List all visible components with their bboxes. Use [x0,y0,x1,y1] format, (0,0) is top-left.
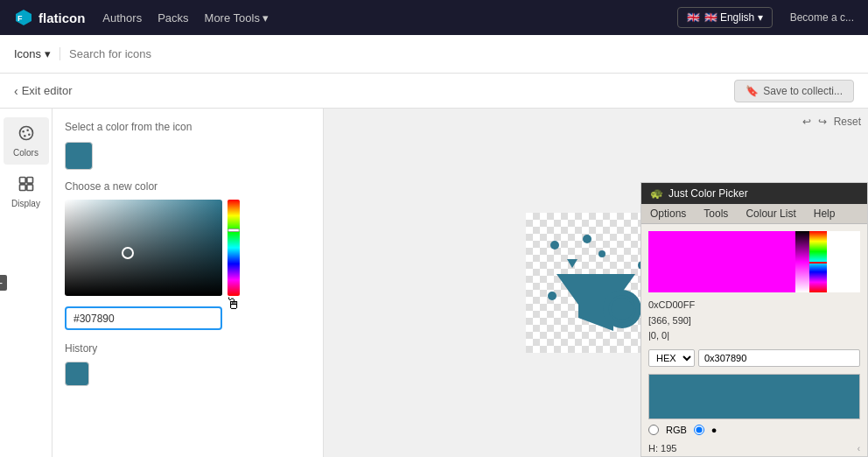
palette-icon [18,124,35,145]
preview-toolbar: ↩ ↪ Reset [802,116,861,128]
jcp-emoji-icon: 🐢 [650,187,663,200]
svg-point-3 [22,130,24,133]
jcp-hsv-section: H: 195 ‹ S: 67 ‹ V: 56 ‹ [648,440,860,457]
language-button[interactable]: 🇬🇧 🇬🇧 English ▾ [677,7,773,28]
jcp-header: 🐢 Just Color Picker [641,183,867,204]
icons-dropdown[interactable]: Icons ▾ [14,47,60,60]
svg-rect-9 [19,185,25,191]
color-picker-wrapper: 🖱 [65,200,257,296]
preview-svg [539,226,653,340]
hue-handle [228,228,240,232]
jcp-hex-row: HEX [648,349,860,367]
jcp-hsv-h-row: H: 195 ‹ [648,440,860,457]
jcp-menu-options[interactable]: Options [641,204,695,223]
jcp-h-arrow[interactable]: ‹ [858,441,860,456]
jcp-color-preview [648,231,860,292]
sidebar-item-display[interactable]: Display [4,168,49,215]
jcp-panel: 🐢 Just Color Picker Options Tools Colour… [640,182,868,457]
jcp-main-color [648,231,795,292]
jcp-color-info: 0xCD00FF [366, 590] |0, 0| [648,298,860,344]
jcp-radio-other-icon: ● [711,425,718,435]
jcp-menu-colour-list[interactable]: Colour List [737,204,804,223]
jcp-spectrum-indicator [809,262,827,264]
jcp-menu: Options Tools Colour List Help [641,204,867,224]
svg-point-11 [550,241,559,250]
jcp-coords2: |0, 0| [648,328,860,344]
top-nav: F flaticon Authors Packs More Tools ▾ 🇬🇧… [0,0,868,35]
jcp-radio-other[interactable] [694,425,704,435]
jcp-color-swatch-large [648,374,860,419]
history-swatch[interactable] [65,362,89,386]
selected-color-swatch[interactable] [65,142,93,170]
icons-label: Icons [14,47,41,60]
jcp-rgb-row: RGB ● [648,425,860,435]
save-to-collection-button[interactable]: 🔖 Save to collecti... [734,80,854,102]
display-icon [18,175,35,196]
select-color-title: Select a color from the icon [65,121,311,133]
jcp-menu-help[interactable]: Help [805,204,844,223]
svg-point-13 [598,250,606,257]
history-title: History [65,342,311,355]
jcp-hex-display: 0xCD00FF [648,298,860,313]
display-label: Display [11,199,40,208]
svg-text:F: F [18,14,23,23]
editor-main: Colors Display + Select a color from the… [0,109,868,457]
cursor-pointer-icon: 🖱 [226,295,242,313]
svg-point-2 [19,127,32,140]
hex-color-input[interactable] [74,313,214,325]
jcp-h-value: H: 195 [648,440,676,457]
jcp-dark-strip [795,231,809,292]
nav-packs[interactable]: Packs [158,11,188,25]
dropdown-arrow-icon: ▾ [45,47,51,60]
jcp-hex-input[interactable] [698,349,860,367]
flag-icon: 🇬🇧 [687,11,700,24]
svg-rect-10 [26,185,32,191]
jcp-content: 0xCD00FF [366, 590] |0, 0| HEX RGB ● [641,224,867,457]
color-gradient-area[interactable] [65,200,222,296]
become-button[interactable]: Become a c... [790,11,854,24]
jcp-white-panel [827,231,860,292]
jcp-rgb-label: RGB [666,425,687,435]
svg-point-12 [583,235,592,243]
bookmark-icon: 🔖 [746,85,759,97]
redo-icon[interactable]: ↪ [818,116,827,128]
editor-toolbar: ‹ Exit editor 🔖 Save to collecti... [0,74,868,109]
reset-button[interactable]: Reset [834,116,861,128]
nav-links: Authors Packs More Tools ▾ [102,11,269,25]
search-bar: Icons ▾ [0,35,868,74]
undo-icon[interactable]: ↩ [802,116,811,128]
left-sidebar: Colors Display + [0,109,52,457]
svg-point-18 [548,292,556,300]
colors-panel: Select a color from the icon Choose a ne… [52,109,324,457]
svg-point-5 [28,133,31,136]
sidebar-item-colors[interactable]: Colors [4,117,49,165]
jcp-menu-tools[interactable]: Tools [695,204,737,223]
hue-slider[interactable] [228,200,240,296]
svg-marker-14 [567,259,578,268]
svg-rect-8 [26,178,32,184]
nav-authors[interactable]: Authors [102,11,142,25]
jcp-format-select[interactable]: HEX [648,349,695,367]
jcp-title: Just Color Picker [668,187,748,200]
jcp-coords1: [366, 590] [648,313,860,329]
jcp-radio-rgb[interactable] [648,425,659,435]
add-button[interactable]: + [0,275,7,291]
hue-slider-container: 🖱 [228,200,240,296]
jcp-spectrum-slider[interactable] [809,231,827,292]
svg-point-6 [24,135,25,137]
hex-input-wrapper [65,306,222,330]
exit-editor-button[interactable]: ‹ Exit editor [14,84,72,98]
logo[interactable]: F flaticon [14,8,85,27]
nav-more-tools[interactable]: More Tools ▾ [205,11,269,25]
svg-rect-7 [19,178,25,184]
back-arrow-icon: ‹ [14,84,18,98]
chevron-down-icon: ▾ [262,11,269,25]
choose-color-title: Choose a new color [65,180,311,193]
colors-label: Colors [13,148,38,158]
svg-point-4 [26,129,29,131]
search-input[interactable] [69,47,854,60]
